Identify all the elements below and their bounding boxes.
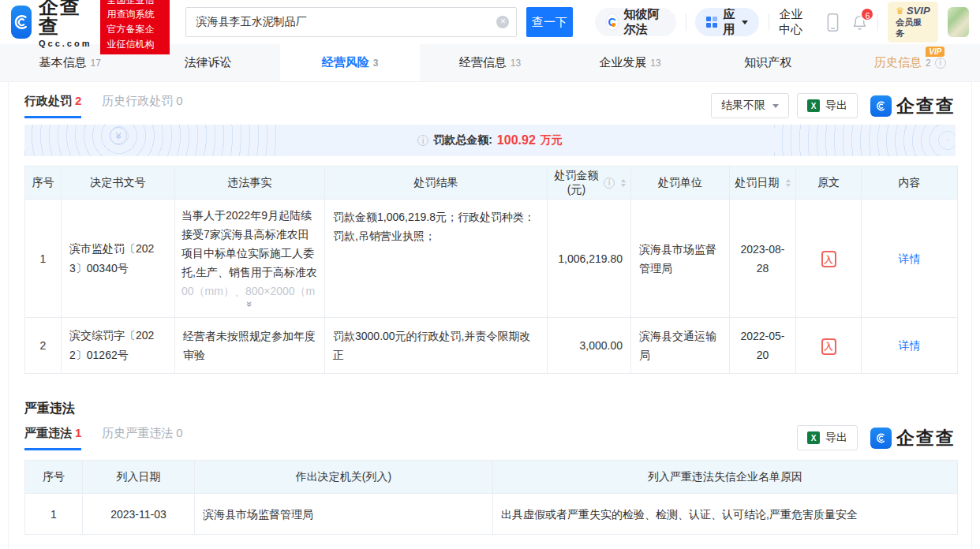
vip-badge: VIP	[926, 47, 944, 57]
detail-link[interactable]: 详情	[899, 339, 921, 352]
penalty-amount: 1,006,219.80	[548, 200, 631, 318]
penalty-total-unit: 万元	[540, 133, 563, 148]
violation-fact: 经营者未按照规定参加年度审验	[175, 318, 325, 374]
violation-section-title: 严重违法	[24, 401, 956, 417]
col-date: 处罚日期	[730, 166, 796, 200]
subtab-admin-penalty[interactable]: 行政处罚2	[24, 94, 81, 118]
export-button[interactable]: X 导出	[797, 425, 858, 450]
result-filter-dropdown[interactable]: 结果不限	[711, 93, 789, 118]
search-button[interactable]: 查一下	[526, 7, 572, 37]
tab-operating-info[interactable]: 经营信息13	[420, 44, 559, 81]
subtab-history-serious-violation[interactable]: 历史严重违法0	[102, 426, 182, 448]
info-icon: i	[417, 135, 428, 146]
penalty-result: 罚款3000.00元的行政处罚,并责令限期改正	[325, 318, 548, 374]
penalty-table: 序号 决定书文号 违法事实 处罚结果 处罚金额(元) i 处罚单位 处罚日期	[24, 166, 958, 374]
col-no: 序号	[25, 461, 83, 494]
svip-label: SVIP	[907, 5, 930, 17]
export-button[interactable]: X 导出	[797, 93, 858, 118]
violation-table-header-row: 序号 列入日期 作出决定机关(列入) 列入严重违法失信企业名单原因	[25, 461, 958, 494]
excel-icon: X	[807, 99, 820, 112]
doc-no: 滨市监处罚〔2023〕00340号	[62, 200, 175, 318]
penalty-agency: 滨海县市场监督管理局	[631, 200, 730, 318]
col-fact: 违法事实	[175, 166, 325, 200]
original-doc-cell: 入	[796, 318, 862, 374]
violation-fact: 当事人于2022年9月起陆续接受7家滨海县高标准农田项目中标单位实际施工人委托,…	[175, 200, 325, 318]
row-no: 2	[25, 318, 62, 374]
qcc-logo-icon	[11, 6, 32, 39]
tab-basic-info[interactable]: 基本信息17	[0, 44, 140, 81]
search-box: ×	[185, 7, 517, 37]
chevron-down-icon	[772, 104, 779, 108]
penalty-date: 2022-05-20	[730, 318, 796, 374]
qcc-watermark-text: 企查查	[896, 426, 956, 450]
gov-badge-line1: 全国企业信用查询系统	[107, 0, 163, 22]
tab-history-info[interactable]: VIP 历史信息2 i	[840, 44, 980, 81]
tab-operating-risk[interactable]: 经营风险3	[280, 44, 420, 81]
col-original: 原文	[796, 166, 862, 200]
subtab-history-admin-penalty[interactable]: 历史行政处罚0	[102, 94, 182, 116]
info-icon[interactable]: i	[935, 58, 946, 69]
chevron-down-icon	[742, 21, 748, 24]
penalty-total-amount: 100.92	[497, 133, 536, 148]
col-authority: 作出决定机关(列入)	[195, 461, 493, 494]
qcc-logo-icon	[870, 95, 892, 117]
rings-decoration-right	[774, 125, 956, 156]
company-tab-bar: 基本信息17 法律诉讼 经营风险3 经营信息13 企业发展13 知识产权 VIP…	[0, 44, 980, 82]
penalty-date: 2023-08-28	[730, 200, 796, 318]
info-icon[interactable]: i	[604, 177, 615, 189]
table-row: 1 滨市监处罚〔2023〕00340号 当事人于2022年9月起陆续接受7家滨海…	[25, 200, 958, 318]
detail-link[interactable]: 详情	[899, 252, 921, 265]
pdf-icon[interactable]: 入	[821, 251, 836, 267]
excel-icon: X	[807, 431, 820, 444]
penalty-section-header: 行政处罚2 历史行政处罚0 结果不限 X 导出	[24, 93, 956, 118]
tab-legal-proceedings[interactable]: 法律诉讼	[140, 44, 279, 81]
row-no: 1	[25, 200, 62, 318]
svip-member-button[interactable]: ♛ SVIP 会员服务	[888, 2, 937, 43]
detail-cell: 详情	[862, 200, 958, 318]
col-result: 处罚结果	[325, 166, 548, 200]
col-reason: 列入严重违法失信企业名单原因	[493, 461, 958, 494]
table-row: 1 2023-11-03 滨海县市场监督管理局 出具虚假或者严重失实的检验、检测…	[25, 494, 958, 535]
notifications-button[interactable]: 6	[851, 13, 868, 32]
svip-sub-label: 会员服务	[896, 17, 930, 39]
divider	[877, 13, 878, 31]
apps-grid-icon	[706, 17, 717, 28]
penalty-total-label: 罚款总金额:	[433, 133, 492, 148]
qcc-logo-icon	[870, 428, 892, 449]
tab-company-development[interactable]: 企业发展13	[560, 44, 700, 81]
brand-name: 企查查	[39, 0, 92, 36]
apps-menu-button[interactable]: 应用	[695, 8, 759, 36]
penalty-table-header-row: 序号 决定书文号 违法事实 处罚结果 处罚金额(元) i 处罚单位 处罚日期	[25, 166, 958, 200]
pdf-icon[interactable]: 入	[821, 338, 836, 355]
divider	[686, 13, 686, 31]
mobile-app-button[interactable]	[827, 13, 839, 32]
expand-chevron-icon[interactable]: »	[181, 301, 318, 311]
col-content: 内容	[862, 166, 958, 200]
qcc-watermark: 企查查	[870, 426, 956, 450]
penalty-count: 2	[75, 94, 81, 107]
penalty-amount: 3,000.00	[548, 318, 631, 374]
col-agency: 处罚单位	[631, 166, 730, 200]
tab-intellectual-property[interactable]: 知识产权	[700, 44, 840, 81]
violation-section-header: 严重违法1 历史严重违法0 X 导出 企查查	[24, 425, 956, 450]
zhibi-alpha-button[interactable]: C 知彼阿尔法	[595, 8, 676, 36]
listed-date: 2023-11-03	[83, 494, 195, 535]
qcc-watermark-text: 企查查	[896, 94, 956, 118]
avatar[interactable]	[948, 7, 969, 37]
penalty-result: 罚款金额1,006,219.8元；行政处罚种类：罚款,吊销营业执照；	[325, 200, 548, 318]
search-input[interactable]	[185, 7, 517, 37]
penalty-total-banner: ¥ i 罚款总金额: 100.92 万元	[24, 125, 956, 156]
qcc-watermark: 企查查	[870, 94, 956, 118]
penalty-agency: 滨海县交通运输局	[631, 318, 730, 374]
doc-no: 滨交综罚字〔2022〕01262号	[62, 318, 175, 374]
apps-label: 应用	[723, 7, 735, 37]
top-bar: 企查查 Qcc.com 全国企业信用查询系统 官方备案企业征信机构 × 查一下 …	[0, 0, 980, 44]
notification-count-badge: 6	[860, 7, 874, 21]
divider	[769, 13, 769, 31]
enterprise-center-link[interactable]: 企业中心	[779, 7, 813, 37]
sort-icon[interactable]	[621, 179, 626, 187]
content-area: 行政处罚2 历史行政处罚0 结果不限 X 导出	[8, 82, 972, 549]
sort-icon[interactable]	[786, 179, 791, 187]
subtab-serious-violation[interactable]: 严重违法1	[24, 426, 81, 450]
yen-icon: ¥	[110, 127, 127, 144]
